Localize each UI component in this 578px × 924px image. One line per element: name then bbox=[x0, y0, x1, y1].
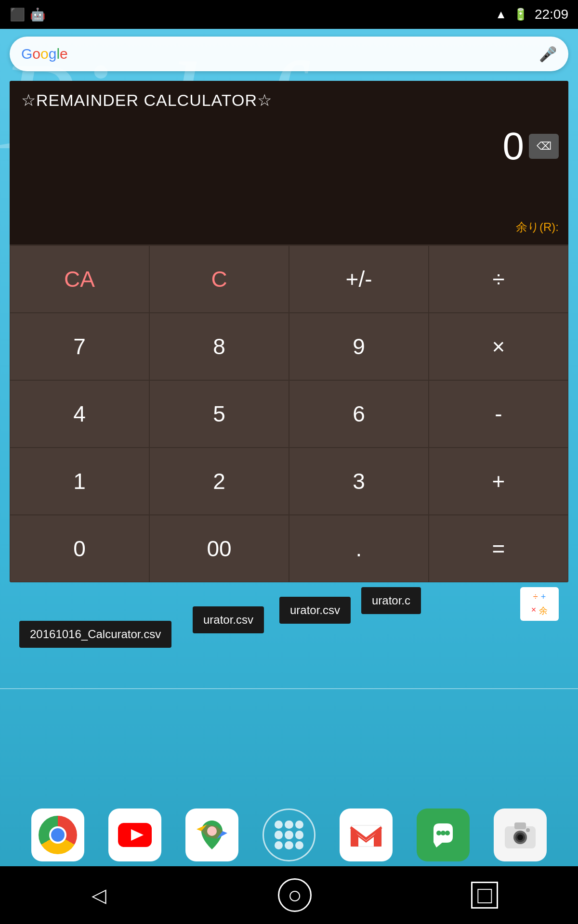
wifi-icon: ▲ bbox=[495, 8, 507, 21]
dock-camera[interactable] bbox=[494, 808, 547, 861]
svg-rect-9 bbox=[514, 822, 526, 829]
6-button[interactable]: 6 bbox=[289, 380, 429, 448]
svg-point-6 bbox=[441, 831, 446, 835]
dock-hangouts[interactable] bbox=[417, 808, 470, 861]
download-notifications: ÷ + × 余 20161016_Calcurator.csv urator.c… bbox=[0, 592, 578, 669]
dock-apps[interactable] bbox=[263, 808, 315, 861]
android-icon: 🤖 bbox=[30, 7, 45, 22]
apps-dot bbox=[275, 841, 283, 849]
youtube-icon bbox=[116, 816, 154, 854]
c-button[interactable]: C bbox=[149, 245, 289, 313]
nav-bar: ◁ ○ □ bbox=[0, 866, 578, 924]
8-button[interactable]: 8 bbox=[149, 313, 289, 380]
3-button[interactable]: 3 bbox=[289, 448, 429, 515]
chrome-inner-circle bbox=[49, 826, 66, 844]
dock-maps[interactable] bbox=[185, 808, 238, 861]
hangouts-icon bbox=[424, 816, 462, 854]
calc-mini-divide: ÷ bbox=[533, 592, 538, 602]
5-button[interactable]: 5 bbox=[149, 380, 289, 448]
2-button[interactable]: 2 bbox=[149, 448, 289, 515]
screenshot-icon: ⬛ bbox=[10, 7, 25, 22]
equals-button[interactable]: = bbox=[429, 515, 568, 582]
apps-grid bbox=[275, 821, 303, 849]
multiply-button[interactable]: × bbox=[429, 313, 568, 380]
app-dock bbox=[0, 808, 578, 861]
0-button[interactable]: 0 bbox=[10, 515, 149, 582]
subtract-button[interactable]: - bbox=[429, 380, 568, 448]
google-search-bar[interactable]: Google 🎤 bbox=[10, 37, 568, 71]
svg-point-12 bbox=[517, 834, 523, 840]
download-item-4: urator.c bbox=[361, 587, 421, 614]
download-item-2: urator.csv bbox=[193, 606, 264, 633]
apps-dot bbox=[285, 821, 293, 829]
calc-mini-icon: ÷ + × 余 bbox=[520, 587, 559, 621]
4-button[interactable]: 4 bbox=[10, 380, 149, 448]
download-item-3: urator.csv bbox=[279, 597, 351, 624]
status-time: 22:09 bbox=[535, 7, 568, 22]
back-button[interactable]: ◁ bbox=[80, 876, 118, 914]
backspace-button[interactable]: ⌫ bbox=[529, 134, 559, 159]
apps-dot bbox=[295, 821, 303, 829]
00-button[interactable]: 00 bbox=[149, 515, 289, 582]
toggle-sign-button[interactable]: +/- bbox=[289, 245, 429, 313]
calc-mini-multiply: × bbox=[531, 605, 537, 616]
svg-point-7 bbox=[445, 831, 450, 835]
7-button[interactable]: 7 bbox=[10, 313, 149, 380]
recent-button[interactable]: □ bbox=[471, 882, 498, 909]
status-bar: ⬛ 🤖 ▲ 🔋 22:09 bbox=[0, 0, 578, 29]
microphone-icon[interactable]: 🎤 bbox=[539, 46, 557, 63]
dock-divider bbox=[0, 688, 578, 689]
apps-dot bbox=[295, 831, 303, 839]
calc-mini-top-row: ÷ + bbox=[533, 592, 546, 602]
calc-number-display: 0 bbox=[503, 124, 525, 168]
calc-number-row: 0 ⌫ bbox=[503, 124, 559, 168]
decimal-button[interactable]: . bbox=[289, 515, 429, 582]
google-logo: Google bbox=[21, 46, 539, 62]
calc-mini-plus: + bbox=[541, 592, 546, 602]
dock-gmail[interactable] bbox=[340, 808, 393, 861]
chrome-icon bbox=[39, 816, 77, 854]
maps-icon bbox=[193, 816, 231, 854]
gmail-icon bbox=[347, 816, 385, 854]
calc-mini-remainder: 余 bbox=[539, 605, 548, 616]
dock-chrome[interactable] bbox=[31, 808, 84, 861]
camera-icon bbox=[501, 816, 539, 854]
status-bar-left: ⬛ 🤖 bbox=[10, 7, 45, 22]
add-button[interactable]: + bbox=[429, 448, 568, 515]
calc-display: ☆REMAINDER CALCULATOR☆ 0 ⌫ 余り(R): bbox=[10, 81, 568, 244]
remainder-label: 余り(R): bbox=[516, 219, 559, 235]
download-item-1: 20161016_Calcurator.csv bbox=[19, 621, 171, 648]
calc-buttons: CA C +/- ÷ 7 8 9 × 4 5 6 - 1 2 3 + 0 00 … bbox=[10, 244, 568, 582]
apps-dot bbox=[275, 821, 283, 829]
1-button[interactable]: 1 bbox=[10, 448, 149, 515]
svg-point-5 bbox=[436, 831, 441, 835]
9-button[interactable]: 9 bbox=[289, 313, 429, 380]
calc-title: ☆REMAINDER CALCULATOR☆ bbox=[21, 90, 557, 110]
apps-dot bbox=[285, 841, 293, 849]
divide-button[interactable]: ÷ bbox=[429, 245, 568, 313]
apps-dot bbox=[295, 841, 303, 849]
status-bar-right: ▲ 🔋 22:09 bbox=[495, 7, 568, 22]
dock-youtube[interactable] bbox=[108, 808, 161, 861]
svg-point-13 bbox=[526, 828, 530, 832]
apps-dot bbox=[285, 831, 293, 839]
home-button[interactable]: ○ bbox=[278, 878, 312, 912]
apps-dot bbox=[275, 831, 283, 839]
ca-button[interactable]: CA bbox=[10, 245, 149, 313]
calc-mini-bottom-row: × 余 bbox=[531, 605, 548, 616]
calculator-app: ☆REMAINDER CALCULATOR☆ 0 ⌫ 余り(R): CA C +… bbox=[10, 81, 568, 582]
battery-icon: 🔋 bbox=[513, 8, 528, 21]
